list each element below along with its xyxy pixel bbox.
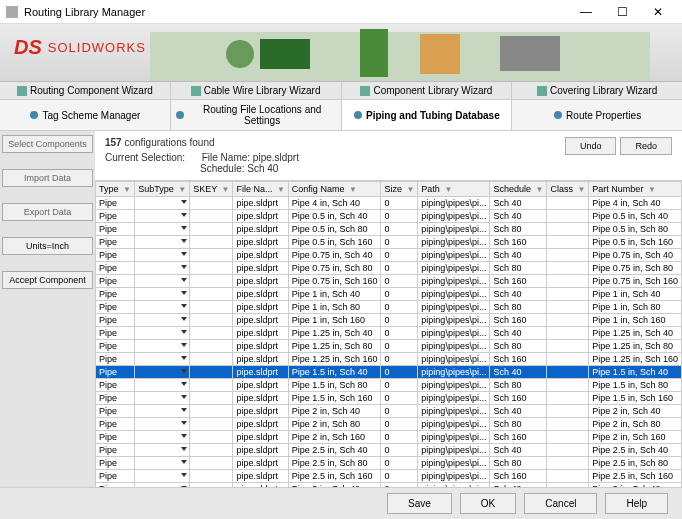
dropdown-icon[interactable]	[179, 471, 187, 479]
col-skey[interactable]: SKEY ▼	[190, 182, 233, 197]
cell-subtype[interactable]	[135, 223, 190, 236]
filter-icon[interactable]: ▼	[536, 185, 544, 194]
col-pn[interactable]: Part Number ▼	[589, 182, 682, 197]
table-row[interactable]: Pipepipe.sldprtPipe 1.25 in, Sch 1600pip…	[96, 353, 682, 366]
table-row[interactable]: Pipepipe.sldprtPipe 2 in, Sch 1600piping…	[96, 431, 682, 444]
table-row[interactable]: Pipepipe.sldprtPipe 0.5 in, Sch 800pipin…	[96, 223, 682, 236]
select-components-button[interactable]: Select Components	[2, 135, 93, 153]
cell-subtype[interactable]	[135, 392, 190, 405]
dropdown-icon[interactable]	[179, 289, 187, 297]
cell-subtype[interactable]	[135, 197, 190, 210]
table-row[interactable]: Pipepipe.sldprtPipe 1 in, Sch 800piping\…	[96, 301, 682, 314]
table-row[interactable]: Pipepipe.sldprtPipe 0.5 in, Sch 1600pipi…	[96, 236, 682, 249]
cell-subtype[interactable]	[135, 262, 190, 275]
ok-button[interactable]: OK	[460, 493, 516, 514]
table-row[interactable]: Pipepipe.sldprtPipe 2.5 in, Sch 400pipin…	[96, 444, 682, 457]
accept-component-button[interactable]: Accept Component	[2, 271, 93, 289]
dropdown-icon[interactable]	[179, 237, 187, 245]
dropdown-icon[interactable]	[179, 380, 187, 388]
filter-icon[interactable]: ▼	[123, 185, 131, 194]
cell-subtype[interactable]	[135, 353, 190, 366]
table-row[interactable]: Pipepipe.sldprtPipe 2.5 in, Sch 800pipin…	[96, 457, 682, 470]
table-row[interactable]: Pipepipe.sldprtPipe 0.75 in, Sch 800pipi…	[96, 262, 682, 275]
cell-subtype[interactable]	[135, 340, 190, 353]
filter-icon[interactable]: ▼	[406, 185, 414, 194]
filter-icon[interactable]: ▼	[277, 185, 285, 194]
cell-subtype[interactable]	[135, 210, 190, 223]
export-data-button[interactable]: Export Data	[2, 203, 93, 221]
cell-subtype[interactable]	[135, 366, 190, 379]
cancel-button[interactable]: Cancel	[524, 493, 597, 514]
dropdown-icon[interactable]	[179, 445, 187, 453]
col-sch[interactable]: Schedule ▼	[490, 182, 547, 197]
col-sub[interactable]: SubType ▼	[135, 182, 190, 197]
tab-comp-lib-wizard[interactable]: Component Library Wizard	[342, 82, 513, 99]
dropdown-icon[interactable]	[179, 393, 187, 401]
cell-subtype[interactable]	[135, 288, 190, 301]
table-row[interactable]: Pipepipe.sldprtPipe 1.25 in, Sch 800pipi…	[96, 340, 682, 353]
dropdown-icon[interactable]	[179, 458, 187, 466]
save-button[interactable]: Save	[387, 493, 452, 514]
tab-tag-scheme[interactable]: Tag Scheme Manager	[0, 100, 171, 130]
filter-icon[interactable]: ▼	[648, 185, 656, 194]
tab-route-props[interactable]: Route Properties	[512, 100, 682, 130]
dropdown-icon[interactable]	[179, 432, 187, 440]
table-row[interactable]: Pipepipe.sldprtPipe 4 in, Sch 400piping\…	[96, 197, 682, 210]
filter-icon[interactable]: ▼	[222, 185, 230, 194]
table-row[interactable]: Pipepipe.sldprtPipe 2.5 in, Sch 1600pipi…	[96, 470, 682, 483]
table-row[interactable]: Pipepipe.sldprtPipe 2 in, Sch 800piping\…	[96, 418, 682, 431]
help-button[interactable]: Help	[605, 493, 668, 514]
table-row[interactable]: Pipepipe.sldprtPipe 0.5 in, Sch 400pipin…	[96, 210, 682, 223]
col-cls[interactable]: Class ▼	[547, 182, 589, 197]
table-row[interactable]: Pipepipe.sldprtPipe 1 in, Sch 400piping\…	[96, 288, 682, 301]
dropdown-icon[interactable]	[179, 341, 187, 349]
table-row[interactable]: Pipepipe.sldprtPipe 1.5 in, Sch 800pipin…	[96, 379, 682, 392]
cell-subtype[interactable]	[135, 418, 190, 431]
dropdown-icon[interactable]	[179, 276, 187, 284]
minimize-button[interactable]: —	[568, 5, 604, 19]
cell-subtype[interactable]	[135, 405, 190, 418]
cell-subtype[interactable]	[135, 236, 190, 249]
col-cfg[interactable]: Config Name ▼	[288, 182, 381, 197]
col-type[interactable]: Type ▼	[96, 182, 135, 197]
filter-icon[interactable]: ▼	[178, 185, 186, 194]
cell-subtype[interactable]	[135, 457, 190, 470]
cell-subtype[interactable]	[135, 314, 190, 327]
undo-button[interactable]: Undo	[565, 137, 617, 155]
table-row[interactable]: Pipepipe.sldprtPipe 0.75 in, Sch 1600pip…	[96, 275, 682, 288]
dropdown-icon[interactable]	[179, 198, 187, 206]
table-row[interactable]: Pipepipe.sldprtPipe 1.5 in, Sch 1600pipi…	[96, 392, 682, 405]
table-row[interactable]: Pipepipe.sldprtPipe 1.5 in, Sch 400pipin…	[96, 366, 682, 379]
dropdown-icon[interactable]	[179, 367, 187, 375]
cell-subtype[interactable]	[135, 275, 190, 288]
units-button[interactable]: Units=Inch	[2, 237, 93, 255]
tab-routing-comp-wizard[interactable]: Routing Component Wizard	[0, 82, 171, 99]
table-row[interactable]: Pipepipe.sldprtPipe 1 in, Sch 1600piping…	[96, 314, 682, 327]
import-data-button[interactable]: Import Data	[2, 169, 93, 187]
redo-button[interactable]: Redo	[620, 137, 672, 155]
cell-subtype[interactable]	[135, 444, 190, 457]
dropdown-icon[interactable]	[179, 263, 187, 271]
data-grid[interactable]: Type ▼SubType ▼SKEY ▼File Na... ▼Config …	[95, 180, 682, 509]
dropdown-icon[interactable]	[179, 406, 187, 414]
dropdown-icon[interactable]	[179, 328, 187, 336]
dropdown-icon[interactable]	[179, 302, 187, 310]
cell-subtype[interactable]	[135, 327, 190, 340]
table-row[interactable]: Pipepipe.sldprtPipe 1.25 in, Sch 400pipi…	[96, 327, 682, 340]
maximize-button[interactable]: ☐	[604, 5, 640, 19]
tab-piping-tubing[interactable]: Piping and Tubing Database	[342, 100, 513, 130]
cell-subtype[interactable]	[135, 470, 190, 483]
col-path[interactable]: Path ▼	[418, 182, 490, 197]
col-file[interactable]: File Na... ▼	[233, 182, 288, 197]
cell-subtype[interactable]	[135, 379, 190, 392]
cell-subtype[interactable]	[135, 431, 190, 444]
cell-subtype[interactable]	[135, 249, 190, 262]
dropdown-icon[interactable]	[179, 224, 187, 232]
dropdown-icon[interactable]	[179, 315, 187, 323]
table-row[interactable]: Pipepipe.sldprtPipe 2 in, Sch 400piping\…	[96, 405, 682, 418]
dropdown-icon[interactable]	[179, 354, 187, 362]
tab-covering-lib-wizard[interactable]: Covering Library Wizard	[512, 82, 682, 99]
cell-subtype[interactable]	[135, 301, 190, 314]
filter-icon[interactable]: ▼	[577, 185, 585, 194]
tab-cable-wire-wizard[interactable]: Cable Wire Library Wizard	[171, 82, 342, 99]
